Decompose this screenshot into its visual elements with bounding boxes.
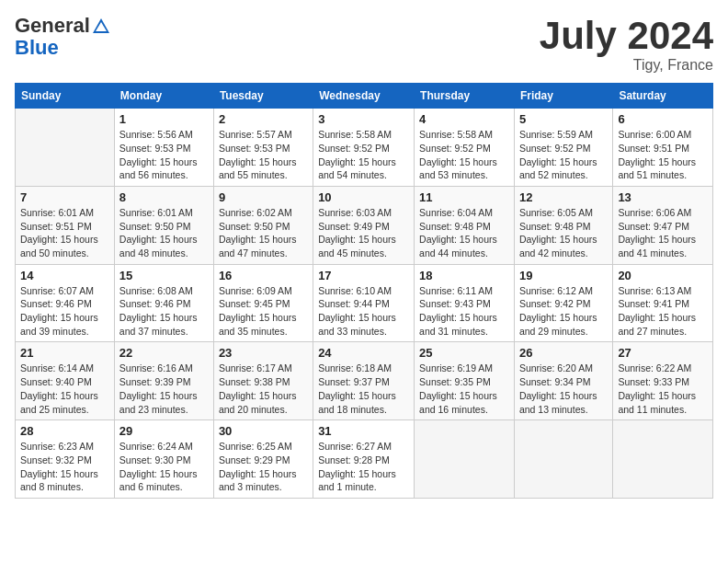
day-info: Sunrise: 6:01 AM Sunset: 9:51 PM Dayligh…	[20, 206, 109, 260]
day-info: Sunrise: 6:19 AM Sunset: 9:35 PM Dayligh…	[419, 362, 509, 416]
calendar-cell: 30Sunrise: 6:25 AM Sunset: 9:29 PM Dayli…	[213, 420, 313, 499]
day-number: 8	[119, 190, 209, 204]
day-info: Sunrise: 6:23 AM Sunset: 9:32 PM Dayligh…	[20, 440, 109, 494]
calendar-cell: 21Sunrise: 6:14 AM Sunset: 9:40 PM Dayli…	[16, 342, 115, 420]
title-block: July 2024 Tigy, France	[540, 15, 713, 74]
day-number: 22	[119, 346, 209, 360]
calendar-week-2: 7Sunrise: 6:01 AM Sunset: 9:51 PM Daylig…	[16, 186, 713, 264]
logo: General Blue	[15, 15, 112, 59]
calendar-cell: 20Sunrise: 6:13 AM Sunset: 9:41 PM Dayli…	[613, 264, 713, 342]
calendar-cell: 25Sunrise: 6:19 AM Sunset: 9:35 PM Dayli…	[415, 342, 515, 420]
day-info: Sunrise: 6:13 AM Sunset: 9:41 PM Dayligh…	[618, 284, 708, 339]
column-header-thursday: Thursday	[415, 84, 515, 109]
day-number: 10	[318, 190, 409, 204]
calendar-cell: 17Sunrise: 6:10 AM Sunset: 9:44 PM Dayli…	[313, 264, 415, 342]
calendar-week-3: 14Sunrise: 6:07 AM Sunset: 9:46 PM Dayli…	[16, 264, 713, 342]
day-info: Sunrise: 6:09 AM Sunset: 9:45 PM Dayligh…	[219, 284, 308, 339]
calendar-week-5: 28Sunrise: 6:23 AM Sunset: 9:32 PM Dayli…	[16, 420, 713, 499]
day-number: 18	[419, 269, 509, 282]
day-number: 16	[219, 269, 308, 282]
day-info: Sunrise: 6:24 AM Sunset: 9:30 PM Dayligh…	[119, 440, 209, 494]
day-number: 25	[419, 346, 509, 360]
day-number: 2	[219, 112, 308, 126]
day-info: Sunrise: 5:59 AM Sunset: 9:52 PM Dayligh…	[519, 128, 608, 182]
day-number: 26	[519, 346, 608, 360]
calendar-header-row: SundayMondayTuesdayWednesdayThursdayFrid…	[16, 84, 713, 109]
day-info: Sunrise: 6:01 AM Sunset: 9:50 PM Dayligh…	[119, 206, 209, 260]
day-info: Sunrise: 6:04 AM Sunset: 9:48 PM Dayligh…	[419, 206, 509, 260]
day-info: Sunrise: 6:05 AM Sunset: 9:48 PM Dayligh…	[519, 206, 608, 260]
day-info: Sunrise: 6:08 AM Sunset: 9:46 PM Dayligh…	[119, 284, 209, 339]
day-number: 28	[20, 424, 109, 438]
calendar-cell: 29Sunrise: 6:24 AM Sunset: 9:30 PM Dayli…	[114, 420, 213, 499]
calendar-cell: 10Sunrise: 6:03 AM Sunset: 9:49 PM Dayli…	[313, 186, 415, 264]
day-info: Sunrise: 6:02 AM Sunset: 9:50 PM Dayligh…	[219, 206, 308, 260]
day-number: 20	[618, 269, 708, 282]
day-number: 21	[20, 346, 109, 360]
day-info: Sunrise: 6:17 AM Sunset: 9:38 PM Dayligh…	[219, 362, 308, 416]
day-number: 24	[318, 346, 409, 360]
calendar-body: 1Sunrise: 5:56 AM Sunset: 9:53 PM Daylig…	[16, 109, 713, 499]
day-info: Sunrise: 6:14 AM Sunset: 9:40 PM Dayligh…	[20, 362, 109, 416]
calendar-title: July 2024	[540, 15, 713, 57]
logo-blue: Blue	[15, 37, 112, 59]
column-header-friday: Friday	[514, 84, 612, 109]
day-info: Sunrise: 6:03 AM Sunset: 9:49 PM Dayligh…	[318, 206, 409, 260]
day-info: Sunrise: 6:11 AM Sunset: 9:43 PM Dayligh…	[419, 284, 509, 339]
calendar-cell	[514, 420, 612, 499]
calendar-cell: 23Sunrise: 6:17 AM Sunset: 9:38 PM Dayli…	[213, 342, 313, 420]
day-number: 4	[419, 112, 509, 126]
day-number: 6	[618, 112, 708, 126]
calendar-table: SundayMondayTuesdayWednesdayThursdayFrid…	[15, 83, 713, 499]
calendar-cell	[613, 420, 713, 499]
calendar-cell: 12Sunrise: 6:05 AM Sunset: 9:48 PM Dayli…	[514, 186, 612, 264]
logo-general: General	[15, 14, 90, 37]
calendar-cell: 5Sunrise: 5:59 AM Sunset: 9:52 PM Daylig…	[514, 109, 612, 187]
day-info: Sunrise: 6:06 AM Sunset: 9:47 PM Dayligh…	[618, 206, 708, 260]
calendar-cell: 14Sunrise: 6:07 AM Sunset: 9:46 PM Dayli…	[16, 264, 115, 342]
day-number: 23	[219, 346, 308, 360]
calendar-cell: 15Sunrise: 6:08 AM Sunset: 9:46 PM Dayli…	[114, 264, 213, 342]
column-header-sunday: Sunday	[16, 84, 115, 109]
column-header-saturday: Saturday	[613, 84, 713, 109]
day-info: Sunrise: 6:18 AM Sunset: 9:37 PM Dayligh…	[318, 362, 409, 416]
day-info: Sunrise: 5:58 AM Sunset: 9:52 PM Dayligh…	[318, 128, 409, 182]
day-number: 1	[119, 112, 209, 126]
calendar-cell: 31Sunrise: 6:27 AM Sunset: 9:28 PM Dayli…	[313, 420, 415, 499]
day-info: Sunrise: 6:25 AM Sunset: 9:29 PM Dayligh…	[219, 440, 308, 494]
calendar-location: Tigy, France	[540, 57, 713, 74]
day-number: 7	[20, 190, 109, 204]
calendar-cell: 3Sunrise: 5:58 AM Sunset: 9:52 PM Daylig…	[313, 109, 415, 187]
day-info: Sunrise: 6:12 AM Sunset: 9:42 PM Dayligh…	[519, 284, 608, 339]
page-header: General Blue July 2024 Tigy, France	[15, 15, 713, 74]
calendar-week-4: 21Sunrise: 6:14 AM Sunset: 9:40 PM Dayli…	[16, 342, 713, 420]
column-header-tuesday: Tuesday	[213, 84, 313, 109]
day-number: 30	[219, 424, 308, 438]
calendar-cell: 26Sunrise: 6:20 AM Sunset: 9:34 PM Dayli…	[514, 342, 612, 420]
day-info: Sunrise: 6:10 AM Sunset: 9:44 PM Dayligh…	[318, 284, 409, 339]
day-number: 13	[618, 190, 708, 204]
calendar-cell	[415, 420, 515, 499]
calendar-cell: 4Sunrise: 5:58 AM Sunset: 9:52 PM Daylig…	[415, 109, 515, 187]
day-info: Sunrise: 6:16 AM Sunset: 9:39 PM Dayligh…	[119, 362, 209, 416]
day-number: 5	[519, 112, 608, 126]
calendar-cell: 24Sunrise: 6:18 AM Sunset: 9:37 PM Dayli…	[313, 342, 415, 420]
day-number: 12	[519, 190, 608, 204]
day-info: Sunrise: 6:22 AM Sunset: 9:33 PM Dayligh…	[618, 362, 708, 416]
day-number: 17	[318, 269, 409, 282]
logo-icon	[91, 17, 111, 37]
calendar-cell: 28Sunrise: 6:23 AM Sunset: 9:32 PM Dayli…	[16, 420, 115, 499]
calendar-cell: 22Sunrise: 6:16 AM Sunset: 9:39 PM Dayli…	[114, 342, 213, 420]
column-header-wednesday: Wednesday	[313, 84, 415, 109]
column-header-monday: Monday	[114, 84, 213, 109]
calendar-cell: 1Sunrise: 5:56 AM Sunset: 9:53 PM Daylig…	[114, 109, 213, 187]
day-number: 11	[419, 190, 509, 204]
calendar-cell	[16, 109, 115, 187]
day-number: 19	[519, 269, 608, 282]
day-number: 15	[119, 269, 209, 282]
day-info: Sunrise: 5:57 AM Sunset: 9:53 PM Dayligh…	[219, 128, 308, 182]
day-info: Sunrise: 6:27 AM Sunset: 9:28 PM Dayligh…	[318, 440, 409, 494]
day-number: 27	[618, 346, 708, 360]
day-info: Sunrise: 6:20 AM Sunset: 9:34 PM Dayligh…	[519, 362, 608, 416]
calendar-cell: 16Sunrise: 6:09 AM Sunset: 9:45 PM Dayli…	[213, 264, 313, 342]
